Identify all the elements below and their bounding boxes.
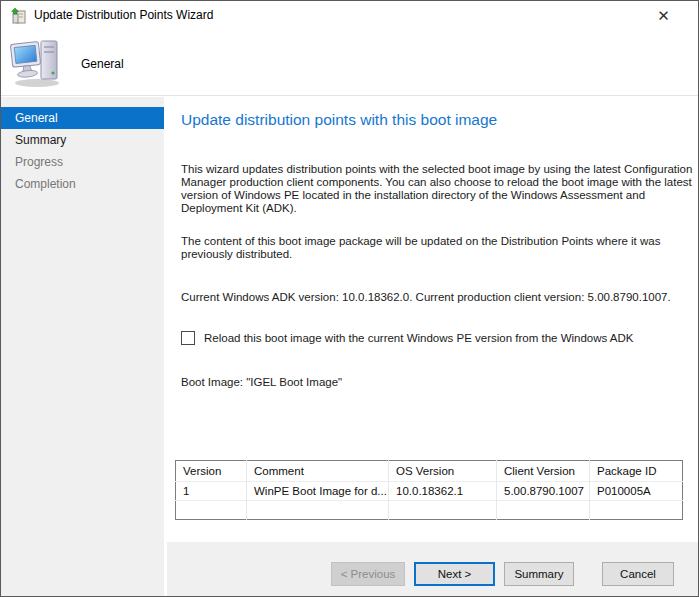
cell-client-version: 5.00.8790.1007: [497, 482, 590, 501]
description-paragraph: This wizard updates distribution points …: [181, 163, 695, 215]
table-header-row: Version Comment OS Version Client Versio…: [176, 461, 683, 482]
header-step-label: General: [81, 57, 124, 71]
cancel-button[interactable]: Cancel: [602, 562, 674, 586]
sidebar-item-label: Progress: [15, 155, 63, 169]
column-header-package-id[interactable]: Package ID: [590, 461, 683, 482]
sidebar-item-progress: Progress: [1, 151, 164, 173]
summary-button[interactable]: Summary: [504, 562, 574, 586]
previous-button: < Previous: [331, 562, 405, 586]
sidebar-item-completion: Completion: [1, 173, 164, 195]
next-button[interactable]: Next >: [414, 562, 495, 586]
column-header-comment[interactable]: Comment: [247, 461, 389, 482]
computer-icon: [9, 35, 65, 91]
close-button[interactable]: ✕: [641, 1, 686, 31]
column-header-version[interactable]: Version: [176, 461, 247, 482]
column-header-client-version[interactable]: Client Version: [497, 461, 590, 482]
cell-os-version: 10.0.18362.1: [389, 482, 497, 501]
reload-checkbox[interactable]: [181, 331, 195, 345]
sidebar-item-general[interactable]: General: [1, 107, 164, 129]
wizard-button-bar: < Previous Next > Summary Cancel: [167, 542, 698, 596]
title-bar: Update Distribution Points Wizard ✕: [1, 1, 698, 31]
cell-package-id: P010005A: [590, 482, 683, 501]
cell-comment: WinPE Boot Image for d...: [247, 482, 389, 501]
reload-checkbox-row: Reload this boot image with the current …: [181, 331, 634, 345]
wizard-app-icon: [10, 7, 28, 25]
sidebar-item-label: Summary: [15, 133, 66, 147]
wizard-page-general: Update distribution points with this boo…: [167, 97, 698, 542]
boot-image-line: Boot Image: "IGEL Boot Image": [181, 376, 695, 389]
sidebar-item-label: Completion: [15, 177, 76, 191]
cell-version: 1: [176, 482, 247, 501]
content-update-paragraph: The content of this boot image package w…: [181, 235, 695, 261]
update-distribution-points-wizard-window: Update Distribution Points Wizard ✕: [0, 0, 699, 597]
sidebar-item-label: General: [15, 111, 58, 125]
close-icon: ✕: [657, 7, 670, 25]
table-row[interactable]: 1 WinPE Boot Image for d... 10.0.18362.1…: [176, 482, 683, 501]
adk-version-line: Current Windows ADK version: 10.0.18362.…: [181, 291, 695, 304]
column-header-os-version[interactable]: OS Version: [389, 461, 497, 482]
page-title: Update distribution points with this boo…: [181, 111, 497, 129]
boot-image-table[interactable]: Version Comment OS Version Client Versio…: [175, 460, 683, 520]
window-title: Update Distribution Points Wizard: [34, 8, 213, 22]
sidebar-item-summary[interactable]: Summary: [1, 129, 164, 151]
table-empty-row: [176, 501, 683, 520]
wizard-header: General: [1, 31, 698, 96]
reload-checkbox-label[interactable]: Reload this boot image with the current …: [204, 332, 634, 344]
wizard-steps-sidebar: General Summary Progress Completion: [1, 97, 164, 596]
